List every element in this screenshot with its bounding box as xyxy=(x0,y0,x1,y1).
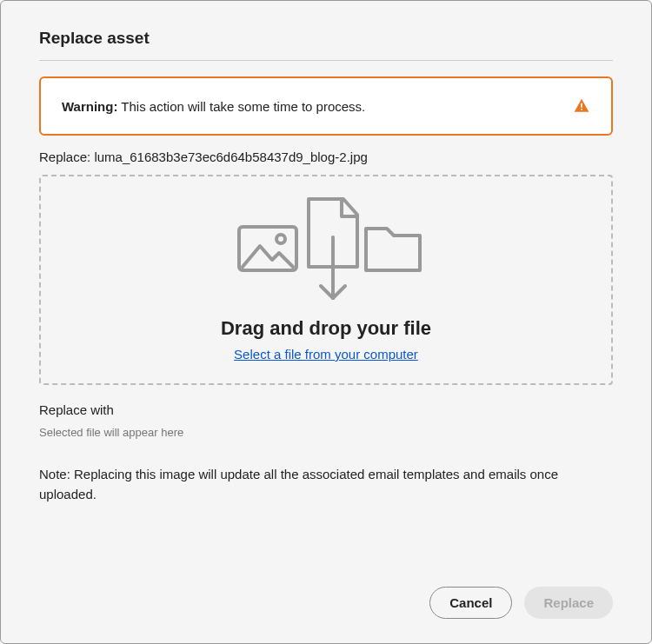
svg-rect-1 xyxy=(581,109,582,110)
file-icon xyxy=(309,199,357,298)
image-icon xyxy=(239,227,296,270)
selected-file-placeholder: Selected file will appear here xyxy=(39,426,613,439)
warning-box: Warning: This action will take some time… xyxy=(39,76,613,136)
warning-label-rest: This action will take some time to proce… xyxy=(117,99,365,114)
select-file-link[interactable]: Select a file from your computer xyxy=(234,347,418,362)
warning-text: Warning: This action will take some time… xyxy=(62,99,365,114)
replace-button: Replace xyxy=(524,587,613,619)
replace-filename: luma_61683b3e73ec6d64b58437d9_blog-2.jpg xyxy=(94,149,367,164)
warning-label-bold: Warning: xyxy=(62,99,117,114)
dropzone-illustration xyxy=(58,192,594,305)
cancel-button[interactable]: Cancel xyxy=(429,587,512,619)
warning-icon xyxy=(573,97,590,115)
title-divider xyxy=(39,60,613,61)
button-row: Cancel Replace xyxy=(429,587,613,619)
svg-point-3 xyxy=(276,235,285,243)
folder-icon xyxy=(366,229,420,270)
replace-prefix: Replace: xyxy=(39,149,94,164)
note-text: Note: Replacing this image will update a… xyxy=(39,465,613,504)
replace-with-label: Replace with xyxy=(39,402,613,417)
dialog-title: Replace asset xyxy=(39,29,613,48)
replace-asset-dialog: Replace asset Warning: This action will … xyxy=(0,0,652,644)
dropzone-title: Drag and drop your file xyxy=(58,317,594,340)
replace-filename-line: Replace: luma_61683b3e73ec6d64b58437d9_b… xyxy=(39,149,613,164)
dropzone[interactable]: Drag and drop your file Select a file fr… xyxy=(39,175,613,385)
svg-rect-0 xyxy=(581,103,582,108)
